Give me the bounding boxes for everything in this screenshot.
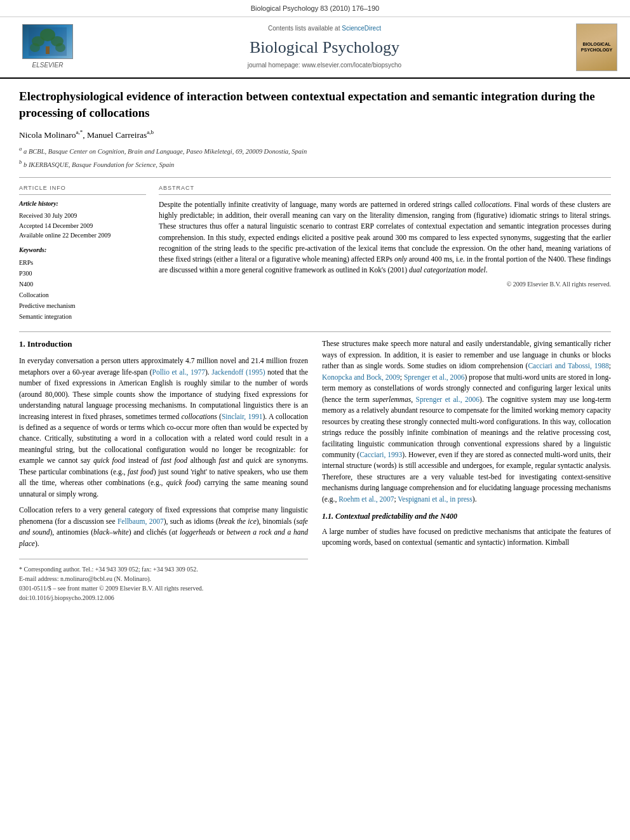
footnote-corresponding: * Corresponding author. Tel.: +34 943 30… [19,564,308,574]
intro-paragraph-1: In everyday conversation a person utters… [19,356,308,500]
ref-fellbaum[interactable]: Fellbaum, 2007 [117,517,164,525]
journal-header: ELSEVIER Contents lists available at Sci… [0,17,630,79]
svg-point-5 [30,43,40,52]
article-history-title: Article history: [19,199,146,209]
elsevier-tree-icon [29,27,67,56]
ref-sprenger2[interactable]: Sprenger et al., 2006 [416,396,480,403]
ref-konopcka[interactable]: Konopcka and Bock, 2009 [322,373,400,381]
bio-psych-badge: BIOLOGICALPSYCHOLOGY [576,23,617,71]
author1-superscript: a,* [76,129,83,135]
section-divider [19,177,611,178]
keyword-4: Collocation [19,290,146,300]
keyword-5: Predictive mechanism [19,300,146,311]
ref-sprenger[interactable]: Sprenger et al., 2006 [404,373,465,381]
journal-citation-text: Biological Psychology 83 (2010) 176–190 [251,4,379,12]
footnote-issn: 0301-0511/$ – see front matter © 2009 El… [19,583,308,593]
article-info: ARTICLE INFO Article history: Received 3… [19,184,146,323]
keywords-list: ERPs P300 N400 Collocation Predictive me… [19,257,146,322]
copyright: © 2009 Elsevier B.V. All rights reserved… [159,280,611,290]
authors: Nicola Molinaroa,*, Manuel Carreirasa,b [19,128,611,141]
page: Biological Psychology 83 (2010) 176–190 [0,0,630,840]
ref-roehm[interactable]: Roehm et al., 2007 [338,495,394,503]
author2-superscript: a,b [147,129,154,135]
sciencedirect-link[interactable]: ScienceDirect [342,25,381,32]
bio-psych-badge-text: BIOLOGICALPSYCHOLOGY [581,41,612,53]
author1-name: Nicola Molinaro [19,130,76,140]
author2-name: , Manuel Carreiras [83,130,147,140]
affiliation-2: b b IKERBASQUE, Basque Foundation for Sc… [19,158,611,170]
journal-homepage: journal homepage: www.elsevier.com/locat… [83,61,566,70]
article-title: Electrophysiological evidence of interac… [19,88,611,121]
ref-jackendoff[interactable]: Jackendoff (1995) [211,368,265,376]
elsevier-logo: ELSEVIER [13,24,83,70]
affiliation-1: a a BCBL, Basque Center on Cognition, Br… [19,145,611,156]
ref-sinclair[interactable]: Sinclair, 1991 [222,413,263,420]
introduction-heading: 1. Introduction [19,338,308,350]
elsevier-logo-image [22,24,73,59]
keywords-title: Keywords: [19,246,146,255]
ref-vespignani[interactable]: Vespignani et al., in press [398,495,473,503]
info-abstract-section: ARTICLE INFO Article history: Received 3… [19,184,611,323]
svg-rect-4 [46,46,50,54]
ref-cacciari-tabossi[interactable]: Cacciari and Tabossi, 1988 [528,362,608,370]
contents-label: Contents lists available at [268,25,340,32]
keyword-6: Semantic integration [19,311,146,322]
intro-paragraph-2: Collocation refers to a very general cat… [19,505,308,549]
ref-cacciari-1993[interactable]: Cacciari, 1993 [359,451,402,458]
body-divider [19,331,611,332]
article-info-title: ARTICLE INFO [19,184,146,195]
article-dates: Received 30 July 2009 Accepted 14 Decemb… [19,211,146,241]
journal-header-center: Contents lists available at ScienceDirec… [83,24,566,70]
journal-badge-area: BIOLOGICALPSYCHOLOGY [566,23,617,71]
footnote-email: E-mail address: n.molinaro@bcbl.eu (N. M… [19,574,308,583]
elsevier-logo-area: ELSEVIER [13,24,83,70]
ref-pollio[interactable]: Pollio et al., 1977 [152,368,205,376]
affiliations: a a BCBL, Basque Center on Cognition, Br… [19,145,611,170]
footnote-doi: doi:10.1016/j.biopsycho.2009.12.006 [19,593,308,603]
right-column: These structures make speech more natura… [322,338,611,603]
keyword-1: ERPs [19,257,146,268]
abstract-section: ABSTRACT Despite the potentially infinit… [159,184,611,323]
sciencedirect-line: Contents lists available at ScienceDirec… [83,24,566,34]
keyword-3: N400 [19,279,146,290]
body-columns: 1. Introduction In everyday conversation… [19,338,611,603]
accepted-date: Accepted 14 December 2009 [19,221,146,231]
journal-citation-bar: Biological Psychology 83 (2010) 176–190 [0,0,630,17]
right-paragraph-1: These structures make speech more natura… [322,338,611,505]
received-date: Received 30 July 2009 [19,211,146,221]
journal-title: Biological Psychology [83,36,566,60]
abstract-text: Despite the potentially infinite creativ… [159,199,611,276]
right-paragraph-2: A large number of studies have focused o… [322,526,611,549]
footnote-section: * Corresponding author. Tel.: +34 943 30… [19,559,308,603]
available-date: Available online 22 December 2009 [19,230,146,241]
svg-point-6 [55,43,65,52]
abstract-title: ABSTRACT [159,184,611,195]
left-column: 1. Introduction In everyday conversation… [19,338,308,603]
keyword-2: P300 [19,268,146,279]
elsevier-wordmark: ELSEVIER [32,61,64,70]
article-content: Electrophysiological evidence of interac… [0,79,630,615]
subsection-heading-1-1: 1.1. Contextual predictability and the N… [322,511,611,522]
